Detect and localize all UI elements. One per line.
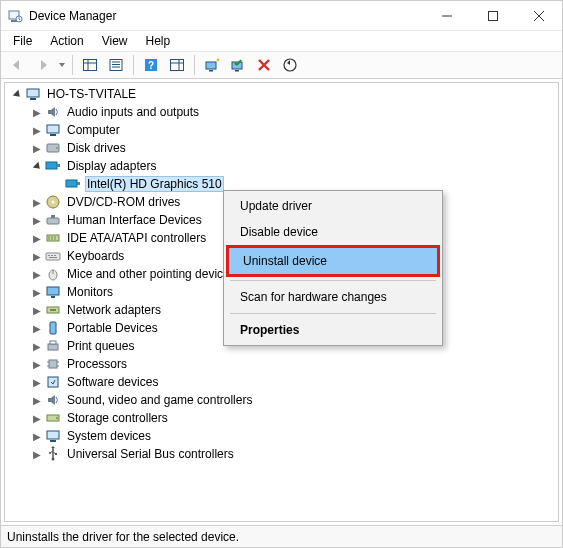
svg-rect-13	[171, 60, 184, 71]
svg-rect-29	[66, 180, 77, 187]
back-button[interactable]	[5, 54, 29, 76]
ctx-update-driver[interactable]: Update driver	[226, 193, 440, 219]
minimize-button[interactable]	[424, 1, 470, 31]
svg-rect-65	[55, 453, 57, 455]
ctx-uninstall-callout: Uninstall device	[226, 245, 440, 277]
context-menu: Update driver Disable device Uninstall d…	[223, 190, 443, 346]
tree-label: Intel(R) HD Graphics 510	[85, 176, 224, 192]
tree-category-processors[interactable]: ▶ Processors	[5, 355, 558, 373]
expand-icon[interactable]: ▶	[29, 194, 45, 210]
tree-category-storage[interactable]: ▶ Storage controllers	[5, 409, 558, 427]
expand-icon[interactable]: ▶	[29, 338, 45, 354]
svg-point-32	[52, 201, 55, 204]
expand-icon[interactable]: ▶	[29, 356, 45, 372]
svg-rect-28	[57, 164, 60, 167]
display-adapter-icon	[65, 176, 81, 192]
collapse-icon[interactable]	[9, 86, 25, 102]
network-icon	[45, 302, 61, 318]
tree-category-system[interactable]: ▶ System devices	[5, 427, 558, 445]
svg-point-26	[56, 147, 58, 149]
menubar: File Action View Help	[1, 31, 562, 51]
svg-rect-42	[54, 255, 56, 256]
system-icon	[45, 428, 61, 444]
expand-icon[interactable]: ▶	[29, 212, 45, 228]
expand-icon[interactable]: ▶	[29, 140, 45, 156]
tree-label: DVD/CD-ROM drives	[65, 194, 182, 210]
spacer	[49, 176, 65, 192]
menu-file[interactable]: File	[5, 32, 40, 50]
action-pane-button[interactable]	[165, 54, 189, 76]
statusbar: Uninstalls the driver for the selected d…	[1, 525, 562, 547]
usb-icon	[45, 446, 61, 462]
tree-label: Audio inputs and outputs	[65, 104, 201, 120]
svg-rect-62	[50, 440, 56, 442]
tree-label: Processors	[65, 356, 129, 372]
expand-icon[interactable]: ▶	[29, 446, 45, 462]
expand-icon[interactable]: ▶	[29, 104, 45, 120]
tree-category-audio[interactable]: ▶ Audio inputs and outputs	[5, 103, 558, 121]
monitor-icon	[45, 284, 61, 300]
tree-category-computer[interactable]: ▶ Computer	[5, 121, 558, 139]
svg-rect-58	[48, 377, 58, 387]
printer-icon	[45, 338, 61, 354]
svg-rect-27	[46, 162, 57, 169]
show-hide-console-tree-button[interactable]	[78, 54, 102, 76]
menu-help[interactable]: Help	[138, 32, 179, 50]
cpu-icon	[45, 356, 61, 372]
tree-label: System devices	[65, 428, 153, 444]
expand-icon[interactable]: ▶	[29, 122, 45, 138]
expand-icon[interactable]: ▶	[29, 428, 45, 444]
expand-icon[interactable]: ▶	[29, 284, 45, 300]
tree-category-disk[interactable]: ▶ Disk drives	[5, 139, 558, 157]
expand-icon[interactable]: ▶	[29, 392, 45, 408]
tree-category-sound[interactable]: ▶ Sound, video and game controllers	[5, 391, 558, 409]
dvd-icon	[45, 194, 61, 210]
tree-label: Disk drives	[65, 140, 128, 156]
expand-icon[interactable]: ▶	[29, 266, 45, 282]
svg-rect-21	[27, 89, 39, 97]
collapse-icon[interactable]	[29, 158, 45, 174]
svg-rect-30	[77, 182, 80, 185]
svg-rect-53	[49, 360, 57, 368]
portable-icon	[45, 320, 61, 336]
tree-label: Network adapters	[65, 302, 163, 318]
tree-label: Sound, video and game controllers	[65, 392, 254, 408]
ctx-disable-device[interactable]: Disable device	[226, 219, 440, 245]
expand-icon[interactable]: ▶	[29, 410, 45, 426]
forward-button[interactable]	[31, 54, 55, 76]
svg-rect-50	[50, 322, 56, 334]
properties-button[interactable]	[104, 54, 128, 76]
tree-category-usb[interactable]: ▶ Universal Serial Bus controllers	[5, 445, 558, 463]
menu-action[interactable]: Action	[42, 32, 91, 50]
tree-root-label: HO-TS-TVITALE	[45, 86, 138, 102]
scan-hardware-button[interactable]	[278, 54, 302, 76]
expand-icon[interactable]: ▶	[29, 230, 45, 246]
tree-label: Human Interface Devices	[65, 212, 204, 228]
ide-icon	[45, 230, 61, 246]
tree-category-display[interactable]: Display adapters	[5, 157, 558, 175]
help-button[interactable]: ?	[139, 54, 163, 76]
disable-device-button[interactable]	[252, 54, 276, 76]
ctx-scan-hardware[interactable]: Scan for hardware changes	[226, 284, 440, 310]
svg-point-64	[49, 452, 51, 454]
expand-icon[interactable]: ▶	[29, 248, 45, 264]
expand-icon[interactable]: ▶	[29, 374, 45, 390]
tree-label: Portable Devices	[65, 320, 160, 336]
expand-icon[interactable]: ▶	[29, 320, 45, 336]
tree-category-softdev[interactable]: ▶ Software devices	[5, 373, 558, 391]
svg-point-63	[52, 458, 55, 461]
app-icon	[7, 8, 23, 24]
svg-rect-34	[51, 215, 55, 218]
uninstall-device-button[interactable]	[226, 54, 250, 76]
tree-root[interactable]: HO-TS-TVITALE	[5, 85, 558, 103]
forward-dropdown[interactable]	[57, 54, 67, 76]
ctx-properties[interactable]: Properties	[226, 317, 440, 343]
svg-rect-41	[51, 255, 53, 256]
tree-label: IDE ATA/ATAPI controllers	[65, 230, 208, 246]
maximize-button[interactable]	[470, 1, 516, 31]
close-button[interactable]	[516, 1, 562, 31]
update-driver-button[interactable]	[200, 54, 224, 76]
ctx-uninstall-device[interactable]: Uninstall device	[229, 248, 437, 274]
menu-view[interactable]: View	[94, 32, 136, 50]
expand-icon[interactable]: ▶	[29, 302, 45, 318]
